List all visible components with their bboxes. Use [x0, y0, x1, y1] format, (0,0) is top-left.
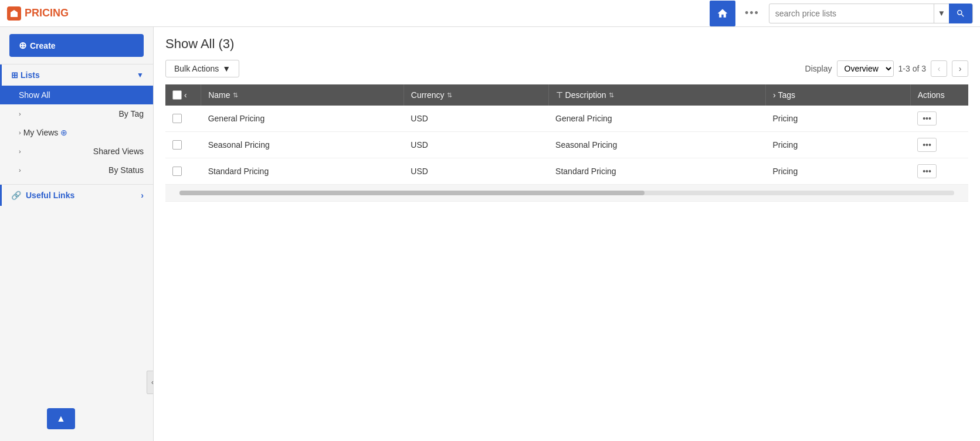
sidebar-item-shared-views[interactable]: › Shared Views [0, 142, 153, 161]
search-input[interactable] [769, 9, 934, 18]
row-checkbox-cell [165, 106, 201, 132]
lists-chevron-icon: ▼ [137, 71, 144, 79]
search-submit-button[interactable] [949, 4, 972, 23]
sidebar-item-show-all[interactable]: Show All [0, 86, 153, 104]
currency-column-label: Currency [411, 90, 445, 100]
row-currency-1: USD [403, 132, 548, 158]
row-checkbox-2[interactable] [172, 167, 182, 176]
th-checkbox-inner: ‹ [172, 90, 194, 100]
row-description-2: Standard Pricing [548, 158, 765, 185]
th-description-inner: ⊤ Description ⇅ [556, 90, 758, 100]
row-actions-button-2[interactable]: ••• [917, 164, 937, 178]
name-sort-icon[interactable]: ⇅ [233, 91, 238, 99]
by-status-label: By Status [108, 165, 144, 175]
bulk-actions-chevron-icon: ▼ [222, 64, 230, 73]
data-table: ‹ Name ⇅ Currency ⇅ [165, 84, 968, 202]
plus-icon: ⊕ [19, 40, 26, 51]
home-button[interactable] [710, 1, 735, 26]
row-checkbox-1[interactable] [172, 140, 182, 150]
next-page-button[interactable]: › [952, 60, 968, 77]
row-name-1: Seasonal Pricing [201, 132, 404, 158]
th-name[interactable]: Name ⇅ [201, 84, 404, 106]
row-actions-2: ••• [910, 158, 968, 185]
toolbar-right: Display Overview 1-3 of 3 ‹ › [805, 60, 968, 77]
name-column-label: Name [208, 90, 230, 100]
th-currency-inner: Currency ⇅ [411, 90, 541, 100]
toolbar: Bulk Actions ▼ Display Overview 1-3 of 3… [165, 60, 968, 77]
chevron-up-icon: ▲ [56, 413, 66, 424]
desc-sort-icon[interactable]: ⇅ [609, 91, 614, 99]
svg-rect-1 [13, 14, 15, 17]
my-views-expand-icon: › [19, 129, 21, 136]
th-tags[interactable]: › Tags [765, 84, 910, 106]
sidebar-collapse-button[interactable]: ‹ [147, 371, 154, 394]
row-name-2: Standard Pricing [201, 158, 404, 185]
search-dropdown-button[interactable]: ▼ [934, 4, 949, 23]
add-view-icon[interactable]: ⊕ [60, 128, 67, 137]
main-content: Show All (3) Bulk Actions ▼ Display Over… [154, 27, 980, 441]
by-tag-expand-icon: › [19, 110, 21, 117]
nav-right: ••• ▼ [710, 1, 973, 26]
show-all-label: Show All [19, 90, 50, 100]
row-currency-0: USD [403, 106, 548, 132]
th-collapse-icon: ‹ [184, 90, 187, 100]
lists-header[interactable]: ⊞ Lists ▼ [0, 65, 153, 86]
create-button[interactable]: ⊕ Create [9, 34, 144, 57]
useful-links-chevron-icon: › [141, 191, 144, 200]
sidebar-item-my-views[interactable]: › My Views ⊕ [0, 123, 153, 142]
th-currency[interactable]: Currency ⇅ [403, 84, 548, 106]
lists-header-inner: ⊞ Lists [11, 70, 40, 80]
row-name-0: General Pricing [201, 106, 404, 132]
actions-column-label: Actions [918, 90, 945, 100]
home-icon [717, 8, 728, 19]
th-description[interactable]: ⊤ Description ⇅ [548, 84, 765, 106]
useful-links-header[interactable]: 🔗 Useful Links › [0, 185, 153, 206]
table-body: General Pricing USD General Pricing Pric… [165, 106, 968, 202]
link-icon: 🔗 [11, 191, 21, 200]
create-button-label: Create [30, 41, 56, 50]
shared-views-label: Shared Views [93, 147, 144, 156]
app-title-text: PRICING [25, 7, 69, 19]
row-checkbox-cell [165, 132, 201, 158]
scroll-top-button[interactable]: ▲ [47, 408, 75, 429]
app-title: PRICING [7, 6, 69, 21]
tags-expand-icon: › [773, 90, 776, 100]
th-checkbox: ‹ [165, 84, 201, 106]
my-views-label: My Views [23, 128, 59, 137]
chevron-left-icon: ‹ [938, 64, 941, 73]
currency-sort-icon[interactable]: ⇅ [447, 91, 452, 99]
shared-views-expand-icon: › [19, 148, 21, 155]
row-checkbox-0[interactable] [172, 114, 182, 123]
search-container: ▼ [769, 4, 973, 23]
chevron-down-icon: ▼ [938, 9, 945, 18]
scrollbar-row [165, 185, 968, 202]
sidebar-item-by-tag[interactable]: › By Tag [0, 104, 153, 123]
table-row: Standard Pricing USD Standard Pricing Pr… [165, 158, 968, 185]
more-options-button[interactable]: ••• [740, 5, 764, 22]
th-actions: Actions [910, 84, 968, 106]
grid-icon: ⊞ [11, 70, 18, 80]
collapse-icon: ‹ [151, 378, 154, 386]
display-select[interactable]: Overview [837, 60, 894, 77]
th-name-inner: Name ⇅ [208, 90, 396, 100]
row-actions-button-1[interactable]: ••• [917, 138, 937, 152]
row-tags-1: Pricing [765, 132, 910, 158]
table-row: General Pricing USD General Pricing Pric… [165, 106, 968, 132]
bulk-actions-button[interactable]: Bulk Actions ▼ [165, 60, 239, 77]
pagination-info: 1-3 of 3 [898, 64, 926, 73]
scroll-thumb[interactable] [179, 191, 645, 195]
sidebar-item-by-status[interactable]: › By Status [0, 161, 153, 179]
row-actions-0: ••• [910, 106, 968, 132]
display-label: Display [805, 64, 832, 73]
prev-page-button[interactable]: ‹ [931, 60, 947, 77]
scrollbar-cell [165, 185, 968, 202]
th-actions-inner: Actions [918, 90, 961, 100]
layout: ⊕ Create ⊞ Lists ▼ Show All › By Tag [0, 27, 980, 441]
row-tags-2: Pricing [765, 158, 910, 185]
row-checkbox-cell [165, 158, 201, 185]
row-description-0: General Pricing [548, 106, 765, 132]
by-status-expand-icon: › [19, 167, 21, 174]
row-actions-button-0[interactable]: ••• [917, 111, 937, 125]
select-all-checkbox[interactable] [172, 90, 182, 100]
lists-label: Lists [21, 70, 40, 80]
